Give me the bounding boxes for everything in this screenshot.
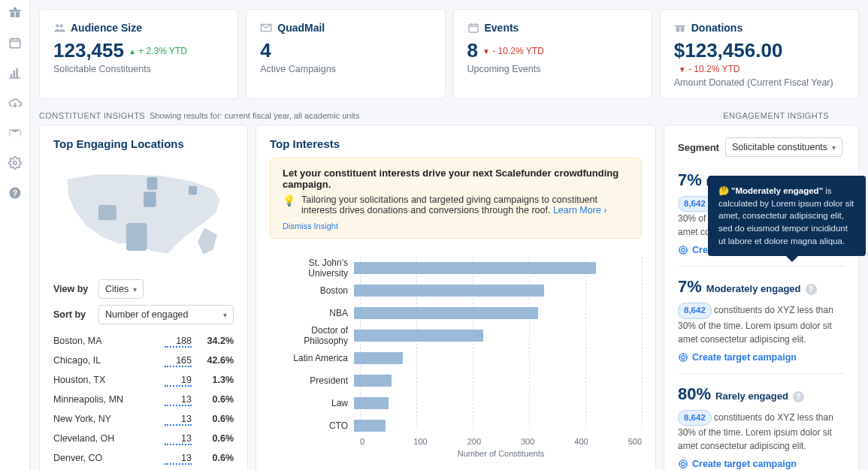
engagement-name: Moderately engaged xyxy=(706,283,801,294)
chart-tick: 200 xyxy=(467,437,521,446)
sort-by-dropdown[interactable]: Number of engaged ▾ xyxy=(98,305,234,324)
chart-category-label: NBA xyxy=(270,308,354,318)
chart-bar[interactable] xyxy=(354,420,386,432)
summary-cards: Audience Size 123,455▲ + 2.3% YTD Solici… xyxy=(39,9,859,99)
svg-point-17 xyxy=(682,462,685,465)
svg-text:?: ? xyxy=(12,188,17,197)
chevron-down-icon: ▾ xyxy=(223,311,227,319)
chart-category-label: Latin America xyxy=(270,353,354,363)
audience-title: Audience Size xyxy=(71,22,142,34)
chart-x-label: Number of Constituents xyxy=(360,449,642,458)
location-row: Chicago, IL 165 42.6% xyxy=(53,351,234,371)
calendar-icon[interactable] xyxy=(8,36,22,50)
engagement-count[interactable]: 8,642 xyxy=(678,196,712,212)
gift-icon xyxy=(674,22,686,34)
svg-rect-10 xyxy=(147,177,158,190)
location-count[interactable]: 13 xyxy=(165,453,192,465)
help-icon[interactable]: ? xyxy=(793,391,804,402)
chart-category-label: Law xyxy=(270,398,354,408)
location-row: Cleveland, OH 13 0.6% xyxy=(53,429,234,449)
svg-rect-6 xyxy=(469,24,478,32)
create-campaign-link[interactable]: Create target campaign xyxy=(678,459,845,469)
chart-x-axis: 0100200300400500 xyxy=(360,437,642,446)
card-donations[interactable]: Donations $123,456.00▼ - 10.2% YTD Amoun… xyxy=(660,9,859,99)
location-count[interactable]: 165 xyxy=(165,355,192,367)
card-audience[interactable]: Audience Size 123,455▲ + 2.3% YTD Solici… xyxy=(39,9,238,99)
segment-dropdown[interactable]: Solicitable constituents ▾ xyxy=(725,137,842,157)
us-map[interactable] xyxy=(53,158,234,270)
top-interests-panel: Top Interests Let your constituent inter… xyxy=(256,125,656,470)
audience-sub: Solicitable Constituents xyxy=(53,64,224,74)
location-pct: 0.6% xyxy=(192,453,234,465)
engagement-block: 80% Rarely engaged ? 8,642 constituents … xyxy=(678,384,845,471)
location-pct: 1.3% xyxy=(192,375,234,387)
chart-bar[interactable] xyxy=(354,352,403,364)
dismiss-insight-link[interactable]: Dismiss Insight xyxy=(283,221,629,230)
interests-chart: St. John's University Boston NBA Doctor … xyxy=(270,257,642,458)
svg-rect-0 xyxy=(10,39,20,48)
location-count[interactable]: 19 xyxy=(165,375,192,387)
mail-icon[interactable] xyxy=(8,126,22,140)
target-icon xyxy=(678,352,688,363)
location-count[interactable]: 13 xyxy=(165,433,192,445)
svg-point-15 xyxy=(682,355,685,359)
events-trend: ▼ - 10.2% YTD xyxy=(482,46,544,56)
gift-icon[interactable] xyxy=(8,6,22,20)
chart-bar[interactable] xyxy=(354,262,596,274)
view-by-dropdown[interactable]: Cities ▾ xyxy=(98,279,144,299)
chart-bar[interactable] xyxy=(354,330,483,342)
location-row: Denver, CO 13 0.6% xyxy=(53,449,234,468)
location-city: Cleveland, OH xyxy=(53,433,165,445)
chart-category-label: St. John's University xyxy=(270,258,354,279)
engagement-count[interactable]: 8,642 xyxy=(678,303,712,318)
help-icon[interactable]: ? xyxy=(8,186,22,200)
gear-icon[interactable] xyxy=(8,156,22,170)
chart-bar[interactable] xyxy=(354,375,392,387)
events-value: 8 xyxy=(467,39,478,62)
constituent-insights-label: CONSTITUENT INSIGHTS xyxy=(39,111,145,120)
chart-bar-row: Boston xyxy=(270,279,642,302)
cloud-download-icon[interactable] xyxy=(8,96,22,110)
sort-by-value: Number of engaged xyxy=(105,309,189,320)
top-locations-panel: Top Engaging Locations View by xyxy=(39,125,248,470)
create-campaign-label: Create target campaign xyxy=(692,459,797,469)
location-city: Chicago, IL xyxy=(53,355,165,367)
location-pct: 34.2% xyxy=(192,336,234,348)
location-count[interactable]: 188 xyxy=(165,336,192,348)
chart-bar-row: Doctor of Philosophy xyxy=(270,324,642,347)
lightbulb-icon: 💡 xyxy=(283,194,295,215)
insight-callout: Let your constituent interests drive you… xyxy=(270,158,642,239)
locations-table: Boston, MA 188 34.2% Chicago, IL 165 42.… xyxy=(53,332,234,468)
create-campaign-label: Create target campaign xyxy=(692,352,797,363)
chart-tick: 300 xyxy=(521,437,574,446)
quadmail-title: QuadMail xyxy=(277,22,325,34)
location-count[interactable]: 13 xyxy=(165,414,192,426)
chart-bar[interactable] xyxy=(354,397,389,409)
chart-bar[interactable] xyxy=(354,307,538,319)
engagement-insights-label: ENGAGEMENT INSIGHTS xyxy=(723,111,829,120)
audience-value: 123,455 xyxy=(53,39,124,62)
chart-category-label: Boston xyxy=(270,285,354,296)
help-icon[interactable]: ? xyxy=(806,284,817,295)
location-city: Houston, TX xyxy=(53,375,165,387)
locations-title: Top Engaging Locations xyxy=(53,137,234,150)
engagement-count[interactable]: 8,642 xyxy=(678,410,712,426)
segment-value: Solicitable constituents xyxy=(732,142,827,152)
chart-icon[interactable] xyxy=(8,66,22,80)
create-campaign-link[interactable]: Create target campaign xyxy=(678,352,845,363)
chart-category-label: Doctor of Philosophy xyxy=(270,325,354,346)
location-city: Minneapolis, MN xyxy=(53,394,165,406)
donations-value: $123,456.00 xyxy=(674,39,783,62)
card-quadmail[interactable]: QuadMail 4 Active Campaigns xyxy=(246,9,445,99)
card-events[interactable]: Events 8▼ - 10.2% YTD Upcoming Events xyxy=(453,9,652,99)
location-pct: 0.6% xyxy=(192,414,234,426)
location-count[interactable]: 13 xyxy=(165,394,192,406)
learn-more-link[interactable]: Learn More › xyxy=(553,205,607,215)
engagement-pct: 80% xyxy=(678,384,711,404)
chart-bar-row: Law xyxy=(270,392,642,414)
chart-bar[interactable] xyxy=(354,285,544,297)
view-by-value: Cities xyxy=(105,284,129,294)
people-icon xyxy=(53,22,65,34)
chart-bar-row: NBA xyxy=(270,302,642,324)
location-city: New York, NY xyxy=(53,414,165,426)
